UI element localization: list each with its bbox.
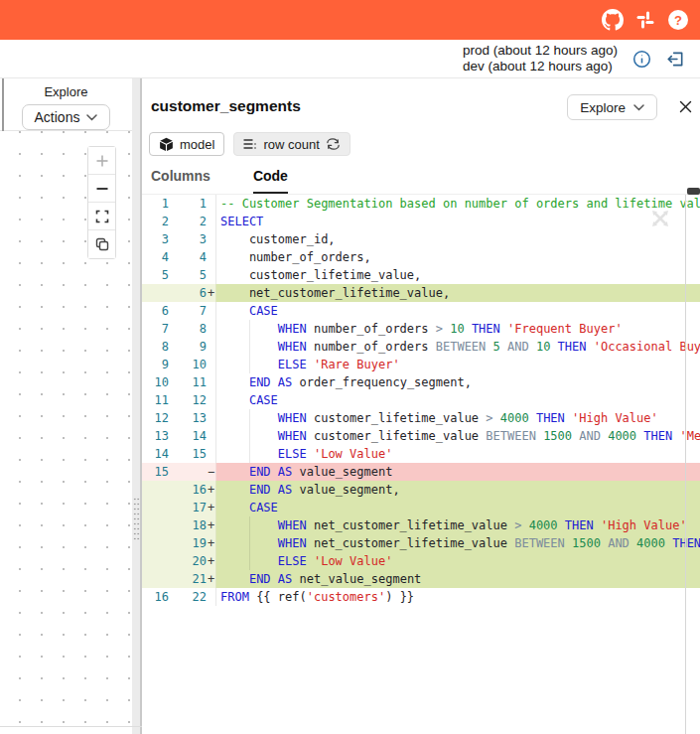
help-icon[interactable]: ? [666, 8, 690, 32]
model-detail-panel: customer_segments Explore model row coun… [142, 78, 700, 734]
tab-columns[interactable]: Columns [151, 168, 210, 195]
code-text: END AS net_value_segment [216, 570, 700, 588]
code-text: END AS value_segment [216, 463, 700, 481]
model-badge-label: model [180, 137, 214, 152]
chevron-down-icon [633, 104, 644, 111]
close-button[interactable] [676, 97, 694, 115]
github-icon[interactable] [601, 8, 625, 32]
close-icon [679, 100, 692, 113]
model-badge: model [149, 132, 224, 156]
line-number-gutter: 16+ [142, 481, 216, 499]
svg-text:?: ? [674, 13, 682, 28]
line-number-gutter: 1314 [142, 427, 216, 445]
line-number-gutter: 44 [142, 248, 216, 266]
tabs-bar: Columns Code [151, 168, 288, 195]
code-line: 1112 CASE [142, 391, 700, 409]
exit-icon[interactable] [665, 49, 685, 69]
line-number-gutter: 55 [142, 266, 216, 284]
code-text: CASE [216, 391, 700, 409]
line-number-gutter: 21+ [142, 570, 216, 588]
badges-row: model row count [149, 132, 350, 156]
actions-dropdown-label: Actions [35, 109, 80, 125]
canvas-controls [87, 146, 116, 259]
code-text: ELSE 'Low Value' [216, 445, 700, 463]
code-line: 18+ WHEN net_customer_lifetime_value > 4… [142, 516, 700, 534]
code-text: net_customer_lifetime_value, [216, 284, 700, 302]
code-line: 22SELECT [142, 213, 700, 230]
code-line: 17+ CASE [142, 499, 700, 516]
code-line: 19+ WHEN net_customer_lifetime_value BET… [142, 534, 700, 552]
line-number-gutter: 15− [142, 463, 216, 481]
scrollbar-thumb[interactable] [687, 188, 700, 195]
line-number-gutter: 89 [142, 338, 216, 356]
plus-icon [95, 154, 109, 168]
line-number-gutter: 19+ [142, 534, 216, 552]
code-text: -- Customer Segmentation based on number… [216, 195, 700, 213]
line-number-gutter: 1011 [142, 373, 216, 391]
code-text: ELSE 'Rare Buyer' [216, 356, 700, 373]
code-text: SELECT [216, 213, 700, 230]
scrollbar-track[interactable] [685, 195, 686, 734]
line-number-gutter: 18+ [142, 516, 216, 534]
code-text: WHEN net_customer_lifetime_value BETWEEN… [216, 534, 700, 552]
code-line: 1314 WHEN customer_lifetime_value BETWEE… [142, 427, 700, 445]
code-line: 1011 END AS order_frequency_segment, [142, 373, 700, 391]
code-line: 910 ELSE 'Rare Buyer' [142, 356, 700, 373]
code-line: 1622FROM {{ ref('customers') }} [142, 588, 700, 606]
code-line: 16+ END AS value_segment, [142, 481, 700, 499]
app-window: ? prod (about 12 hours ago) dev (about 1… [0, 0, 700, 734]
slack-icon[interactable] [633, 8, 657, 32]
code-text: WHEN number_of_orders BETWEEN 5 AND 10 T… [216, 338, 700, 356]
code-text: WHEN customer_lifetime_value BETWEEN 150… [216, 427, 700, 445]
sidebar-bottom-divider [0, 726, 142, 727]
actions-dropdown-button[interactable]: Actions [22, 104, 111, 130]
page-title: customer_segments [151, 97, 301, 115]
copy-button[interactable] [88, 230, 115, 258]
code-text: FROM {{ ref('customers') }} [216, 588, 700, 606]
copy-icon [95, 237, 109, 251]
line-number-gutter: 20+ [142, 552, 216, 570]
code-line: 78 WHEN number_of_orders > 10 THEN 'Freq… [142, 320, 700, 338]
code-text: CASE [216, 302, 700, 320]
code-line: 1213 WHEN customer_lifetime_value > 4000… [142, 409, 700, 427]
line-number-gutter: 1415 [142, 445, 216, 463]
fit-view-button[interactable] [88, 203, 115, 230]
line-number-gutter: 1622 [142, 588, 216, 606]
zoom-in-button[interactable] [88, 147, 115, 175]
line-number-gutter: 11 [142, 195, 216, 213]
line-number-gutter: 1112 [142, 391, 216, 409]
sidebar-title: Explore [0, 78, 132, 99]
tab-code[interactable]: Code [253, 168, 288, 195]
code-line: 67 CASE [142, 302, 700, 320]
info-icon[interactable] [631, 49, 651, 69]
code-text: END AS value_segment, [216, 481, 700, 499]
line-number-gutter: 22 [142, 213, 216, 230]
code-line: 89 WHEN number_of_orders BETWEEN 5 AND 1… [142, 338, 700, 356]
top-navigation-bar: ? [0, 0, 700, 40]
panel-resize-handle[interactable] [132, 78, 142, 734]
code-text: ELSE 'Low Value' [216, 552, 700, 570]
row-count-badge: row count [233, 132, 350, 156]
row-count-badge-label: row count [263, 137, 319, 152]
explore-dropdown-button[interactable]: Explore [567, 94, 657, 120]
zoom-out-button[interactable] [88, 175, 115, 203]
code-diff-viewer[interactable]: 11-- Customer Segmentation based on numb… [142, 195, 700, 734]
code-text: customer_lifetime_value, [216, 266, 700, 284]
dev-environment-label: dev (about 12 hours ago) [463, 59, 618, 74]
code-line: 44 number_of_orders, [142, 248, 700, 266]
drag-grip-icon [133, 497, 140, 540]
refresh-icon[interactable] [326, 138, 341, 150]
lineage-canvas[interactable] [0, 131, 132, 734]
code-line: 11-- Customer Segmentation based on numb… [142, 195, 700, 213]
code-text: END AS order_frequency_segment, [216, 373, 700, 391]
code-line: 15− END AS value_segment [142, 463, 700, 481]
lineage-sidebar: Explore Actions [0, 78, 132, 734]
code-line: 20+ ELSE 'Low Value' [142, 552, 700, 570]
code-text: CASE [216, 499, 700, 516]
code-text: customer_id, [216, 230, 700, 248]
code-text: WHEN net_customer_lifetime_value > 4000 … [216, 516, 700, 534]
code-text: WHEN number_of_orders > 10 THEN 'Frequen… [216, 320, 700, 338]
sidebar-header: Explore Actions [0, 78, 132, 131]
prod-environment-label: prod (about 12 hours ago) [463, 43, 618, 59]
line-number-gutter: 33 [142, 230, 216, 248]
